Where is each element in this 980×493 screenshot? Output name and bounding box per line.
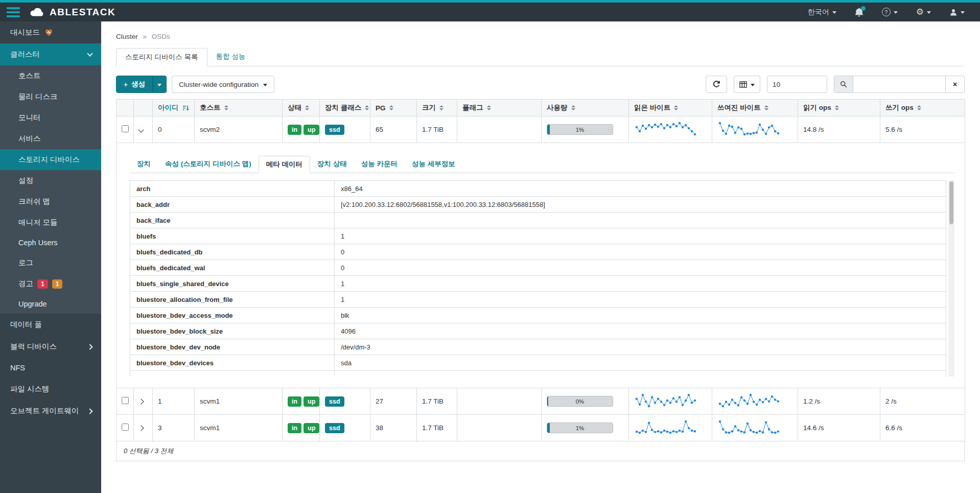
brand-logo[interactable]: ABLESTACK: [29, 7, 115, 18]
gear-icon: ⚙: [916, 8, 924, 16]
sidebar-item-manager-modules[interactable]: 매니저 모듈: [0, 212, 101, 233]
chevron-down-icon: [961, 11, 965, 14]
sidebar-item-services[interactable]: 서비스: [0, 128, 101, 149]
cell-host: scvm1: [195, 388, 283, 415]
sidebar-item-physical-disks[interactable]: 물리 디스크: [0, 86, 101, 107]
menu-toggle-button[interactable]: [7, 7, 20, 17]
detail-tab-devices[interactable]: 장치: [130, 156, 158, 173]
detail-tab-performance-details[interactable]: 성능 세부정보: [405, 156, 462, 173]
collapse-row-chevron[interactable]: [138, 127, 144, 132]
chevron-down-icon: [894, 11, 898, 14]
cell-size: 1.7 TiB: [417, 388, 457, 415]
header-usage[interactable]: 사용량: [542, 100, 629, 116]
sidebar-item-dashboard[interactable]: 대시보드: [0, 21, 101, 43]
row-checkbox[interactable]: [122, 397, 129, 404]
language-menu[interactable]: 한국어: [808, 8, 836, 17]
status-in-badge: in: [288, 423, 301, 433]
column-toggle-dropdown[interactable]: [734, 76, 760, 93]
sort-icon: [439, 105, 444, 110]
chevron-down-icon: [157, 84, 161, 86]
clear-search-button[interactable]: ×: [946, 76, 965, 93]
settings-menu[interactable]: ⚙: [916, 8, 931, 16]
sidebar-item-ceph-users[interactable]: Ceph Users: [0, 233, 101, 252]
sparkline-chart: [717, 419, 781, 435]
device-class-badge: ssd: [325, 423, 344, 433]
sidebar-item-nfs[interactable]: NFS: [0, 358, 101, 378]
sidebar-item-filesystems[interactable]: 파일 시스템: [0, 378, 101, 400]
tab-storage-device-list[interactable]: 스토리지 디바이스 목록: [116, 48, 207, 66]
sidebar-item-monitors[interactable]: 모니터: [0, 107, 101, 128]
sidebar-item-configuration[interactable]: 설정: [0, 170, 101, 191]
header-id[interactable]: 아이디: [153, 100, 195, 116]
header-write-ops[interactable]: 쓰기 ops: [880, 100, 965, 116]
cell-device-class: ssd: [320, 388, 370, 415]
breadcrumb-cluster[interactable]: Cluster: [116, 33, 138, 40]
cell-id: 1: [153, 388, 195, 415]
cell-write-ops: 6.6 /s: [880, 415, 965, 441]
header-read-bytes[interactable]: 읽은 바이트: [629, 100, 712, 116]
sidebar-item-crush-map[interactable]: 크러쉬 맵: [0, 191, 101, 212]
sparkline-chart: [634, 392, 697, 409]
create-button[interactable]: + 생성: [116, 76, 153, 93]
cell-write-bytes-sparkline: [712, 116, 798, 143]
sidebar-item-storage-devices[interactable]: 스토리지 디바이스: [0, 149, 101, 170]
create-dropdown-toggle[interactable]: [153, 76, 167, 93]
metadata-row: bluestore_bdev_access_modeblk: [130, 308, 946, 323]
search-input[interactable]: [853, 76, 946, 93]
cell-read-ops: 1.2 /s: [798, 388, 880, 415]
cluster-wide-config-dropdown[interactable]: Cluster-wide configuration: [172, 76, 274, 93]
refresh-button[interactable]: [706, 76, 727, 93]
sidebar-item-cluster[interactable]: 클러스터: [0, 43, 101, 65]
usage-bar: 1%: [547, 422, 613, 433]
header-size[interactable]: 크기: [417, 100, 457, 116]
main-tabbar: 스토리지 디바이스 목록 통합 성능: [116, 48, 965, 66]
metadata-row: back_addr[v2:100.200.33.12:6802/56881558…: [130, 197, 946, 213]
cell-status: inup: [283, 116, 320, 143]
detail-row: 장치 속성 (스토리지 디바이스 맵) 메타 데이터 장치 상태 성능 카운터 …: [116, 143, 965, 388]
expand-row-chevron[interactable]: [138, 398, 144, 404]
metadata-row: bluestore_bdev_block_size4096: [130, 323, 946, 339]
sidebar-item-pools[interactable]: 데이터 풀: [0, 314, 101, 336]
detail-tab-performance-counter[interactable]: 성능 카운터: [354, 156, 405, 173]
sort-icon: [835, 105, 839, 110]
header-device-class[interactable]: 장치 클래스: [320, 100, 370, 116]
sidebar-item-upgrade[interactable]: Upgrade: [0, 294, 101, 314]
expand-row-chevron[interactable]: [138, 425, 144, 431]
sidebar-item-logs[interactable]: 로그: [0, 252, 101, 273]
metadata-panel: archx86_64 back_addr[v2:100.200.33.12:68…: [130, 180, 954, 377]
notifications-button[interactable]: [855, 8, 864, 17]
sidebar-item-hosts[interactable]: 호스트: [0, 65, 101, 86]
breadcrumb-separator: »: [143, 33, 147, 40]
user-menu[interactable]: [949, 8, 965, 16]
chevron-down-icon: [263, 84, 267, 86]
sidebar-item-block-devices[interactable]: 블럭 디바이스: [0, 336, 101, 358]
detail-tab-device-health[interactable]: 장치 상태: [310, 156, 354, 173]
detail-tabbar: 장치 속성 (스토리지 디바이스 맵) 메타 데이터 장치 상태 성능 카운터 …: [130, 155, 954, 173]
language-label: 한국어: [808, 8, 829, 17]
header-write-bytes[interactable]: 쓰여진 바이트: [712, 100, 798, 116]
device-class-badge: ssd: [325, 396, 344, 407]
sort-icon: [764, 105, 768, 110]
row-checkbox[interactable]: [122, 125, 129, 132]
cell-write-ops: 2 /s: [880, 388, 965, 415]
header-flags[interactable]: 플래그: [457, 100, 542, 116]
status-up-badge: up: [304, 396, 319, 407]
help-menu[interactable]: ?: [882, 8, 898, 16]
header-pg[interactable]: PG: [370, 100, 417, 116]
osd-table: 아이디 호스트 상태 장치 클래스 PG 크기 플래그 사용량 읽은 바이트 쓰…: [116, 99, 965, 441]
header-status[interactable]: 상태: [283, 100, 320, 116]
header-read-ops[interactable]: 읽기 ops: [798, 100, 880, 116]
detail-tab-metadata[interactable]: 메타 데이터: [259, 156, 310, 173]
detail-tab-attributes[interactable]: 속성 (스토리지 디바이스 맵): [158, 156, 259, 173]
page-size-input[interactable]: [767, 76, 827, 93]
cell-read-bytes-sparkline: [629, 116, 712, 143]
scrollbar-thumb[interactable]: [949, 181, 953, 224]
cell-size: 1.7 TiB: [417, 116, 457, 143]
row-checkbox[interactable]: [122, 424, 129, 431]
refresh-icon: [712, 80, 720, 88]
metadata-scrollbar[interactable]: [948, 180, 954, 377]
tab-overall-performance[interactable]: 통합 성능: [207, 48, 254, 66]
header-host[interactable]: 호스트: [195, 100, 283, 116]
sidebar-item-object-gateway[interactable]: 오브젝트 게이트웨이: [0, 400, 101, 422]
sidebar-item-alerts[interactable]: 경고 1 1: [0, 273, 101, 294]
